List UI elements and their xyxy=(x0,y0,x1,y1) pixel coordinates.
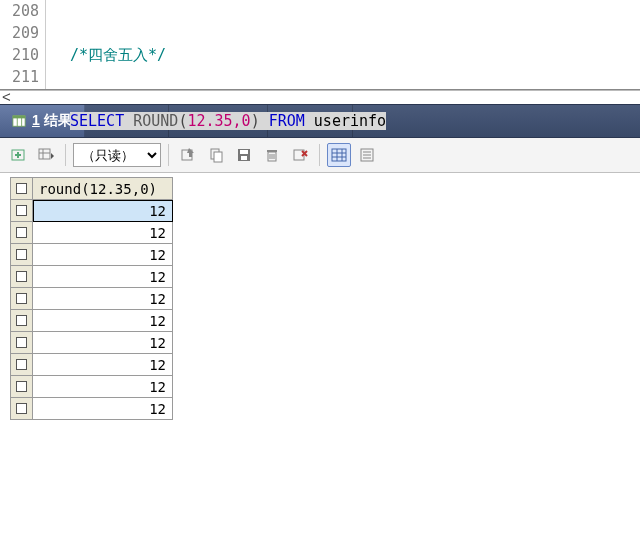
row-checkbox[interactable] xyxy=(11,266,33,288)
sql-editor[interactable]: 208 209 210 211 /*四舍五入*/ SELECT ROUND(12… xyxy=(0,0,640,90)
svg-rect-1 xyxy=(13,116,25,119)
line-number-gutter: 208 209 210 211 xyxy=(0,0,46,89)
table-row[interactable]: 12 xyxy=(11,354,173,376)
row-checkbox[interactable] xyxy=(11,200,33,222)
table-row[interactable]: 12 xyxy=(11,376,173,398)
row-checkbox[interactable] xyxy=(11,310,33,332)
cell-value[interactable]: 12 xyxy=(33,354,173,376)
cell-value[interactable]: 12 xyxy=(33,332,173,354)
line-number: 209 xyxy=(0,22,39,44)
add-row-button[interactable] xyxy=(6,143,30,167)
line-number: 208 xyxy=(0,0,39,22)
select-all-checkbox[interactable] xyxy=(11,178,33,200)
sql-statement: SELECT ROUND(12.35,0) FROM userinfo xyxy=(70,112,386,130)
row-checkbox[interactable] xyxy=(11,354,33,376)
row-checkbox[interactable] xyxy=(11,288,33,310)
table-result-icon xyxy=(12,114,26,128)
scroll-left-icon[interactable]: < xyxy=(2,90,11,104)
line-number: 211 xyxy=(0,66,39,88)
cell-value[interactable]: 12 xyxy=(33,376,173,398)
svg-rect-17 xyxy=(39,149,50,159)
code-area[interactable]: /*四舍五入*/ SELECT ROUND(12.35,0) FROM user… xyxy=(46,0,640,89)
line-number: 210 xyxy=(0,44,39,66)
table-row[interactable]: 12 xyxy=(11,310,173,332)
sql-comment: /*四舍五入*/ xyxy=(70,46,166,64)
row-checkbox[interactable] xyxy=(11,222,33,244)
toolbar-separator xyxy=(65,144,66,166)
cell-value[interactable]: 12 xyxy=(33,310,173,332)
row-checkbox[interactable] xyxy=(11,398,33,420)
row-checkbox[interactable] xyxy=(11,244,33,266)
row-checkbox[interactable] xyxy=(11,376,33,398)
grid-options-button[interactable] xyxy=(34,143,58,167)
table-row[interactable]: 12 xyxy=(11,332,173,354)
row-checkbox[interactable] xyxy=(11,332,33,354)
cell-value[interactable]: 12 xyxy=(33,398,173,420)
table-row[interactable]: 12 xyxy=(11,398,173,420)
